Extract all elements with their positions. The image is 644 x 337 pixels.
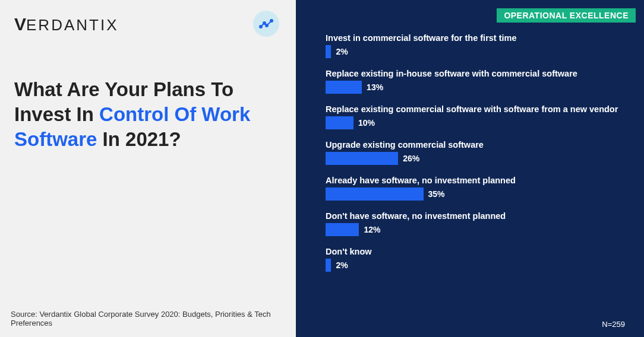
bar-label: Invest in commercial software for the fi… bbox=[326, 33, 623, 43]
bar-value: 10% bbox=[358, 118, 375, 128]
svg-point-1 bbox=[263, 22, 266, 24]
bar bbox=[326, 187, 424, 201]
brand-text: ERDANTIX bbox=[26, 16, 118, 34]
brand-logo: VERDANTIX bbox=[14, 14, 282, 34]
bar-value: 2% bbox=[336, 260, 348, 270]
category-badge: OPERATIONAL EXCELLENCE bbox=[497, 8, 636, 23]
chart-icon bbox=[253, 11, 279, 37]
bar-row: 2% bbox=[326, 45, 623, 58]
bar-group: Replace existing commercial software wit… bbox=[326, 104, 623, 129]
bar-row: 2% bbox=[326, 259, 623, 272]
bar-value: 12% bbox=[364, 225, 380, 234]
bar bbox=[326, 45, 331, 58]
bar-label: Already have software, no investment pla… bbox=[326, 176, 623, 185]
bar-label: Replace existing commercial software wit… bbox=[326, 104, 623, 114]
page-title: What Are Your Plans To Invest In Control… bbox=[14, 77, 277, 152]
title-part-c: In 2021? bbox=[97, 128, 181, 150]
bar-row: 13% bbox=[326, 81, 623, 94]
source-text: Source: Verdantix Global Corporate Surve… bbox=[11, 310, 296, 328]
bar bbox=[326, 223, 359, 236]
bar-row: 26% bbox=[326, 152, 623, 165]
bar-label: Upgrade existing commercial software bbox=[326, 140, 623, 150]
bar-row: 12% bbox=[326, 223, 623, 236]
bar bbox=[326, 259, 331, 272]
bar-group: Already have software, no investment pla… bbox=[326, 176, 623, 201]
svg-point-0 bbox=[260, 26, 262, 28]
bar-row: 10% bbox=[326, 116, 623, 129]
bar-value: 13% bbox=[367, 82, 383, 92]
left-panel: VERDANTIX What Are Your Plans To Invest … bbox=[0, 0, 296, 337]
bar bbox=[326, 81, 362, 94]
bar-group: Don't have software, no investment plann… bbox=[326, 211, 623, 236]
bar-group: Invest in commercial software for the fi… bbox=[326, 33, 623, 58]
bar-value: 2% bbox=[336, 47, 348, 56]
bar-row: 35% bbox=[326, 187, 623, 201]
svg-point-2 bbox=[266, 24, 268, 27]
bar-value: 26% bbox=[403, 154, 419, 163]
bar bbox=[326, 152, 398, 165]
bar-label: Replace existing in-house software with … bbox=[326, 69, 623, 78]
bar-label: Don't know bbox=[326, 247, 623, 256]
bar-group: Don't know2% bbox=[326, 247, 623, 272]
bar-group: Replace existing in-house software with … bbox=[326, 69, 623, 94]
sample-size: N=259 bbox=[602, 320, 625, 329]
bar-chart: Invest in commercial software for the fi… bbox=[326, 33, 623, 272]
bar-value: 35% bbox=[428, 189, 445, 199]
bar-group: Upgrade existing commercial software26% bbox=[326, 140, 623, 165]
bar bbox=[326, 116, 353, 129]
bar-label: Don't have software, no investment plann… bbox=[326, 211, 623, 221]
svg-point-3 bbox=[270, 20, 273, 22]
right-panel: OPERATIONAL EXCELLENCE Invest in commerc… bbox=[296, 0, 644, 337]
